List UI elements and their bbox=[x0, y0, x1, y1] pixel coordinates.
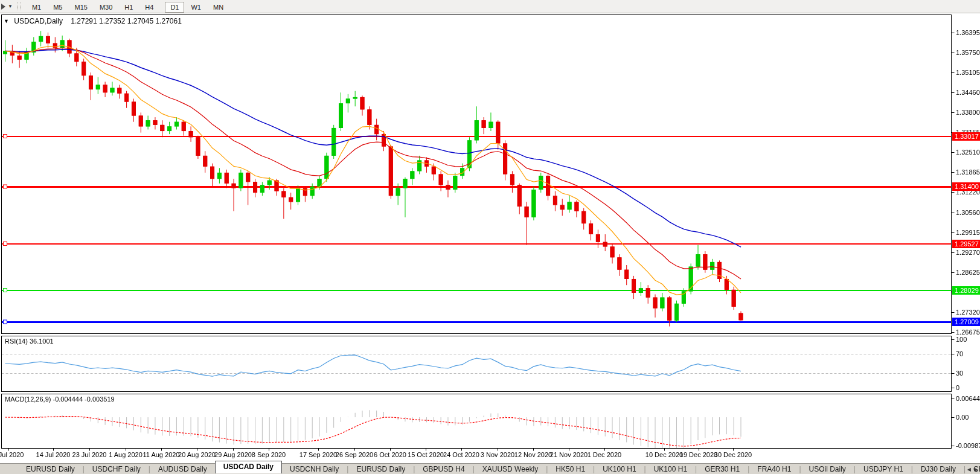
timeframe-button-d1[interactable]: D1 bbox=[165, 2, 184, 13]
chart-title: ▼ USDCAD,Daily 1.27291 1.27352 1.27045 1… bbox=[4, 17, 182, 25]
chevron-down-icon[interactable]: ▼ bbox=[8, 4, 13, 9]
tab-usoil-daily[interactable]: USOil Daily bbox=[801, 465, 854, 473]
mt4-window: ▼ M1M5M15M30H1H4D1W1MN ▼ USDCAD,Daily 1.… bbox=[0, 0, 980, 474]
price-chart-canvas[interactable] bbox=[0, 0, 980, 474]
price-line-badge: 1.29527 bbox=[952, 240, 980, 248]
date-axis-label: 8 Sep 2020 bbox=[242, 451, 296, 458]
date-axis-label: 1 Dec 2020 bbox=[577, 451, 632, 458]
price-axis-label: 1.35750 bbox=[956, 49, 980, 56]
tab-eurusd-daily[interactable]: EURUSD Daily bbox=[18, 465, 83, 473]
tab-xauusd-weekly[interactable]: XAUUSD Weekly bbox=[475, 465, 546, 473]
price-axis-label: 1.31865 bbox=[956, 168, 980, 176]
tab-fra40-h1[interactable]: FRA40 H1 bbox=[749, 465, 799, 473]
tab-usdcnh-daily[interactable]: USDCNH Daily bbox=[282, 465, 347, 473]
tab-hk50-h1[interactable]: HK50 H1 bbox=[548, 465, 593, 473]
tab-ger30-h1[interactable]: GER30 H1 bbox=[697, 465, 748, 473]
timeframe-button-mn[interactable]: MN bbox=[208, 2, 229, 13]
tab-scroll-arrows: ◀ ▶ bbox=[967, 467, 978, 472]
price-axis-label: 1.30560 bbox=[956, 209, 980, 216]
chevron-right-icon[interactable]: ▶ bbox=[975, 467, 978, 472]
price-line-badge: 1.27009 bbox=[952, 318, 980, 326]
timeframe-button-w1[interactable]: W1 bbox=[185, 2, 207, 13]
tab-uk100-h1[interactable]: UK100 H1 bbox=[646, 465, 695, 473]
tab-usdjpy-h1[interactable]: USDJPY H1 bbox=[856, 465, 911, 473]
tab-eurusd-daily[interactable]: EURUSD Daily bbox=[348, 465, 413, 473]
price-line-badge: 1.33017 bbox=[952, 132, 980, 141]
tab-audusd-daily[interactable]: AUDUSD Daily bbox=[150, 465, 215, 473]
date-axis-label: 30 Dec 2020 bbox=[706, 451, 760, 458]
price-line-badge: 1.28029 bbox=[952, 286, 980, 295]
chart-menu-triangle-icon[interactable]: ▼ bbox=[4, 18, 9, 24]
tab-uk100-h1[interactable]: UK100 H1 bbox=[595, 465, 644, 473]
chevron-left-icon[interactable]: ◀ bbox=[967, 467, 971, 472]
timeframe-button-h4[interactable]: H4 bbox=[139, 2, 159, 13]
macd-axis-label: -0.009871 bbox=[956, 442, 980, 449]
rsi-indicator-label: RSI(14) 36.1001 bbox=[5, 338, 54, 345]
timeframe-button-m30[interactable]: M30 bbox=[94, 2, 118, 13]
tab-usdchf-daily[interactable]: USDCHF Daily bbox=[85, 465, 149, 473]
tab-gbpusd-h4[interactable]: GBPUSD H4 bbox=[415, 465, 472, 473]
toolbar-grip[interactable] bbox=[18, 2, 21, 10]
price-axis-label: 1.28625 bbox=[956, 269, 980, 276]
price-axis-label: 1.36395 bbox=[956, 29, 980, 36]
price-axis-label: 1.33800 bbox=[956, 109, 980, 116]
price-axis-label: 1.34460 bbox=[956, 89, 980, 96]
macd-axis-label: 0.00 bbox=[956, 414, 969, 421]
chart-symbol-period: USDCAD,Daily bbox=[14, 17, 63, 25]
price-axis-label: 1.35105 bbox=[956, 69, 980, 76]
rsi-axis-label: 0 bbox=[956, 384, 959, 391]
rsi-axis-label: 70 bbox=[956, 350, 963, 357]
timeframe-buttons: M1M5M15M30H1H4D1W1MN bbox=[26, 1, 229, 12]
price-axis-label: 1.29270 bbox=[956, 249, 980, 256]
tab-usdcad-daily[interactable]: USDCAD Daily bbox=[215, 461, 282, 473]
chart-tabs: EURUSD Daily|USDCHF Daily|AUDUSD DailyUS… bbox=[18, 463, 980, 474]
price-line-badge: 1.31400 bbox=[952, 182, 980, 191]
timeframe-button-h1[interactable]: H1 bbox=[119, 2, 138, 13]
timeframe-button-m1[interactable]: M1 bbox=[27, 2, 46, 13]
price-axis-label: 1.32510 bbox=[956, 149, 980, 156]
pointer-tool-icon[interactable] bbox=[1, 4, 5, 10]
chart-tab-bar: EURUSD Daily|USDCHF Daily|AUDUSD DailyUS… bbox=[0, 463, 980, 474]
tab-dj30-daily[interactable]: DJ30 Daily bbox=[913, 465, 964, 473]
price-axis-label: 1.29915 bbox=[956, 229, 980, 236]
macd-axis-label: 0.006444 bbox=[956, 395, 980, 402]
price-axis-label: 1.26675 bbox=[956, 328, 980, 336]
rsi-axis-label: 100 bbox=[956, 336, 967, 343]
chart-ohlc-values: 1.27291 1.27352 1.27045 1.27061 bbox=[71, 17, 182, 25]
timeframe-button-m15[interactable]: M15 bbox=[69, 2, 92, 13]
timeframe-button-m5[interactable]: M5 bbox=[48, 2, 68, 13]
macd-indicator-label: MACD(12,26,9) -0.004444 -0.003519 bbox=[5, 396, 115, 403]
price-axis-label: 1.27320 bbox=[956, 309, 980, 316]
timeframe-toolbar: ▼ M1M5M15M30H1H4D1W1MN bbox=[0, 0, 980, 13]
rsi-axis-label: 30 bbox=[956, 370, 963, 377]
